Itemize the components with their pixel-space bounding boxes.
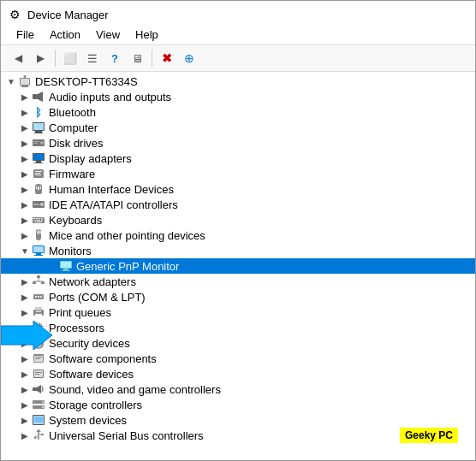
- svg-rect-82: [35, 374, 39, 375]
- svg-rect-50: [37, 275, 40, 278]
- display-expand-icon[interactable]: ▶: [18, 151, 32, 165]
- svg-point-28: [40, 203, 44, 206]
- svg-rect-37: [41, 220, 43, 221]
- hid-expand-icon[interactable]: ▶: [18, 182, 32, 196]
- network-expand-icon[interactable]: ▶: [18, 275, 32, 288]
- svg-rect-22: [35, 173, 40, 174]
- hid-icon: [32, 182, 45, 196]
- menu-file[interactable]: File: [9, 27, 41, 43]
- processors-label: Processors: [49, 322, 104, 334]
- menu-bar: File Action View Help: [1, 25, 475, 45]
- firmware-expand-icon[interactable]: ▶: [18, 167, 32, 180]
- toolbar-separator-1: [55, 50, 56, 67]
- keyboards-expand-icon[interactable]: ▶: [18, 213, 32, 227]
- tree-item-security[interactable]: ▶ Security devices: [1, 335, 475, 351]
- tree-item-firmware[interactable]: ▶ Firmware: [1, 166, 475, 181]
- menu-help[interactable]: Help: [128, 27, 165, 43]
- bluetooth-expand-icon[interactable]: ▶: [18, 105, 32, 119]
- system-icon: [32, 413, 45, 427]
- tree-item-mice[interactable]: ▶ Mice and other pointing devices: [1, 228, 475, 243]
- svg-point-87: [42, 401, 44, 403]
- generic-monitor-icon: [59, 259, 73, 273]
- svg-rect-32: [36, 218, 38, 219]
- remove-button[interactable]: ✖: [157, 49, 177, 68]
- generic-monitor-label: Generic PnP Monitor: [76, 260, 179, 273]
- toolbar: ◀ ▶ ⬜ ☰ ? 🖥 ✖ ⊕: [1, 45, 475, 72]
- software-components-label: Software components: [49, 352, 157, 365]
- tree-item-network[interactable]: ▶ Network adapters: [1, 274, 475, 289]
- ports-expand-icon[interactable]: ▶: [18, 290, 32, 304]
- ports-icon: [32, 290, 45, 304]
- tree-item-print[interactable]: ▶ Print queues: [1, 304, 475, 320]
- update-button[interactable]: ⊕: [179, 49, 199, 68]
- mice-icon: [32, 228, 45, 242]
- root-expand-icon[interactable]: ▼: [4, 74, 18, 88]
- software-devices-label: Software devices: [49, 368, 134, 381]
- svg-rect-43: [33, 246, 44, 252]
- print-expand-icon[interactable]: ▶: [18, 305, 32, 319]
- tree-item-computer[interactable]: ▶ Computer: [1, 120, 475, 135]
- tree-root[interactable]: ▼ DESKTOP-TT6334S: [1, 74, 475, 89]
- tree-item-keyboards[interactable]: ▶ Keybo: [1, 212, 475, 228]
- ide-expand-icon[interactable]: ▶: [18, 198, 32, 211]
- monitor-button[interactable]: ⬜: [60, 49, 80, 68]
- tree-item-sound[interactable]: ▶ Sound, video and game controllers: [1, 381, 475, 397]
- properties-button[interactable]: 🖥: [127, 49, 147, 68]
- menu-view[interactable]: View: [89, 27, 127, 43]
- tree-item-audio[interactable]: ▶ Audio inputs and outputs: [1, 89, 475, 104]
- svg-point-88: [42, 406, 44, 408]
- root-label: DESKTOP-TT6334S: [35, 75, 138, 88]
- monitors-expand-icon[interactable]: ▼: [18, 244, 32, 257]
- help-button[interactable]: ?: [104, 49, 125, 68]
- window-icon: ⚙: [9, 8, 21, 21]
- tree-item-software-devices[interactable]: ▶ Software devices: [1, 366, 475, 381]
- forward-button[interactable]: ▶: [30, 49, 51, 68]
- tree-item-display[interactable]: ▶ Display adapters: [1, 151, 475, 166]
- tree-item-monitors[interactable]: ▼ Monitors: [1, 243, 475, 258]
- device-tree[interactable]: ▼ DESKTOP-TT6334S ▶: [1, 72, 475, 445]
- software-devices-expand-icon[interactable]: ▶: [18, 367, 32, 381]
- back-button[interactable]: ◀: [8, 49, 28, 68]
- tree-item-software-components[interactable]: ▶ Software components: [1, 351, 475, 366]
- menu-action[interactable]: Action: [43, 27, 87, 43]
- svg-rect-10: [35, 131, 42, 133]
- firmware-label: Firmware: [49, 168, 95, 180]
- svg-rect-91: [34, 417, 43, 423]
- sound-label: Sound, video and game controllers: [49, 383, 221, 396]
- tree-item-ports[interactable]: ▶ Ports (COM & LPT): [1, 289, 475, 304]
- svg-rect-33: [39, 218, 40, 219]
- list-button[interactable]: ☰: [82, 49, 103, 68]
- tree-item-hid[interactable]: ▶ Human Interface Devices: [1, 181, 475, 197]
- storage-expand-icon[interactable]: ▶: [18, 398, 32, 411]
- computer-expand-icon[interactable]: ▶: [18, 121, 32, 134]
- disk-expand-icon[interactable]: ▶: [18, 136, 32, 150]
- svg-rect-48: [63, 269, 68, 270]
- system-expand-icon[interactable]: ▶: [18, 413, 32, 427]
- computer-label: Computer: [49, 121, 98, 134]
- tree-item-generic-monitor[interactable]: Generic PnP Monitor: [1, 258, 475, 274]
- network-icon: [32, 275, 45, 288]
- tree-item-disk[interactable]: ▶ Disk drives: [1, 135, 475, 151]
- tree-item-ide[interactable]: ▶ IDE ATA/ATAPI controllers: [1, 197, 475, 212]
- usb-expand-icon[interactable]: ▶: [18, 428, 32, 442]
- svg-rect-11: [34, 133, 43, 133]
- usb-icon: [32, 428, 45, 442]
- svg-rect-41: [39, 231, 41, 233]
- sound-expand-icon[interactable]: ▶: [18, 382, 32, 396]
- svg-rect-31: [33, 218, 35, 219]
- tree-item-processors[interactable]: ▶: [1, 320, 475, 335]
- tree-item-storage[interactable]: ▶ Storage controllers: [1, 397, 475, 412]
- audio-expand-icon[interactable]: ▶: [18, 90, 32, 103]
- mice-expand-icon[interactable]: ▶: [18, 228, 32, 242]
- svg-rect-21: [35, 171, 42, 172]
- tree-item-bluetooth[interactable]: ▶ ᛒ Bluetooth: [1, 104, 475, 120]
- generic-monitor-expand-icon[interactable]: [45, 259, 59, 273]
- tree-item-system[interactable]: ▶ System devices: [1, 412, 475, 428]
- software-components-expand-icon[interactable]: ▶: [18, 352, 32, 365]
- storage-icon: [32, 398, 45, 411]
- svg-rect-62: [35, 314, 42, 316]
- main-content: ▼ DESKTOP-TT6334S ▶: [1, 72, 475, 460]
- svg-rect-95: [34, 436, 36, 439]
- svg-rect-5: [24, 75, 26, 79]
- security-label: Security devices: [49, 337, 130, 350]
